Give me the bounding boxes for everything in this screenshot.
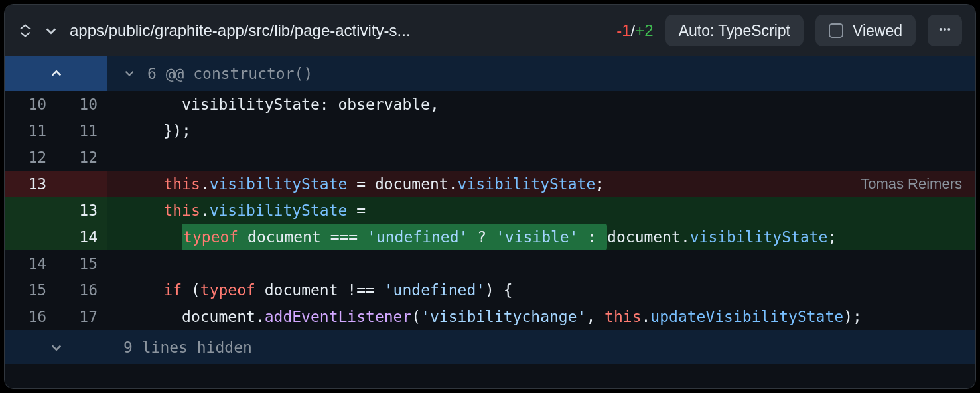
code-line[interactable]: 1415 (5, 250, 975, 277)
line-number-new[interactable]: 16 (56, 277, 107, 303)
line-number-old[interactable]: 10 (5, 91, 56, 118)
line-number-old[interactable]: 12 (5, 144, 56, 171)
blame-author[interactable]: Tomas Reimers (861, 171, 962, 197)
viewed-toggle[interactable]: Viewed (815, 15, 916, 46)
diff-panel: apps/public/graphite-app/src/lib/page-ac… (4, 4, 976, 389)
code-line[interactable]: 1010 visibilityState: observable, (5, 91, 975, 118)
code-content[interactable]: this.visibilityState = (107, 197, 975, 224)
line-number-old[interactable]: 16 (5, 303, 56, 330)
code-content[interactable]: document.addEventListener('visibilitycha… (107, 303, 975, 330)
deletions-count: -1 (616, 21, 630, 39)
line-number-new[interactable]: 12 (56, 144, 107, 171)
chevron-down-icon[interactable] (123, 65, 135, 82)
line-number-new[interactable]: 10 (56, 91, 107, 118)
line-number-new[interactable]: 11 (56, 118, 107, 144)
language-label: Auto: TypeScript (679, 22, 790, 40)
line-number-old[interactable] (5, 197, 56, 224)
checkbox-icon (829, 23, 843, 38)
code-line[interactable]: 13 this.visibilityState = document.visib… (5, 171, 975, 197)
hunk-content: 6 @@ constructor() (107, 65, 313, 82)
hidden-lines-label: 9 lines hidden (107, 339, 252, 356)
additions-count: +2 (635, 21, 653, 39)
language-selector[interactable]: Auto: TypeScript (665, 15, 804, 46)
hunk-summary: 6 @@ constructor() (147, 65, 313, 82)
expand-footer: 9 lines hidden (5, 330, 975, 364)
expand-up-button[interactable] (5, 56, 107, 91)
hunk-header: 6 @@ constructor() (5, 56, 975, 91)
code-line[interactable]: 14 typeof document === 'undefined' ? 'vi… (5, 224, 975, 250)
svg-point-1 (944, 28, 946, 31)
kebab-icon (938, 22, 951, 40)
line-number-new[interactable]: 13 (56, 197, 107, 224)
code-line[interactable]: 1516 if (typeof document !== 'undefined'… (5, 277, 975, 303)
line-number-new[interactable] (56, 171, 107, 197)
code-content[interactable]: this.visibilityState = document.visibili… (107, 171, 975, 197)
code-content[interactable]: }); (107, 118, 975, 144)
line-number-old[interactable]: 14 (5, 250, 56, 277)
viewed-label: Viewed (853, 22, 902, 40)
chevron-down-icon[interactable] (44, 24, 58, 37)
code-content[interactable] (107, 144, 975, 171)
code-line[interactable]: 13 this.visibilityState = (5, 197, 975, 224)
line-number-new[interactable]: 17 (56, 303, 107, 330)
more-actions-button[interactable] (928, 15, 962, 46)
sort-icon[interactable] (18, 23, 33, 38)
svg-point-2 (947, 28, 950, 31)
code-content[interactable]: typeof document === 'undefined' ? 'visib… (107, 224, 975, 250)
expand-down-button[interactable] (5, 330, 107, 364)
code-table: 1010 visibilityState: observable,1111 })… (5, 91, 975, 330)
code-line[interactable]: 1617 document.addEventListener('visibili… (5, 303, 975, 330)
line-number-new[interactable]: 15 (56, 250, 107, 277)
svg-point-0 (940, 28, 942, 31)
file-header: apps/public/graphite-app/src/lib/page-ac… (5, 5, 975, 56)
code-content[interactable]: if (typeof document !== 'undefined') { (107, 277, 975, 303)
code-content[interactable] (107, 250, 975, 277)
file-path[interactable]: apps/public/graphite-app/src/lib/page-ac… (70, 21, 604, 40)
diff-stat: -1/+2 (616, 21, 653, 40)
line-number-old[interactable]: 11 (5, 118, 56, 144)
code-line[interactable]: 1212 (5, 144, 975, 171)
code-line[interactable]: 1111 }); (5, 118, 975, 144)
line-number-old[interactable] (5, 224, 56, 250)
code-content[interactable]: visibilityState: observable, (107, 91, 975, 118)
line-number-new[interactable]: 14 (56, 224, 107, 250)
line-number-old[interactable]: 15 (5, 277, 56, 303)
line-number-old[interactable]: 13 (5, 171, 56, 197)
